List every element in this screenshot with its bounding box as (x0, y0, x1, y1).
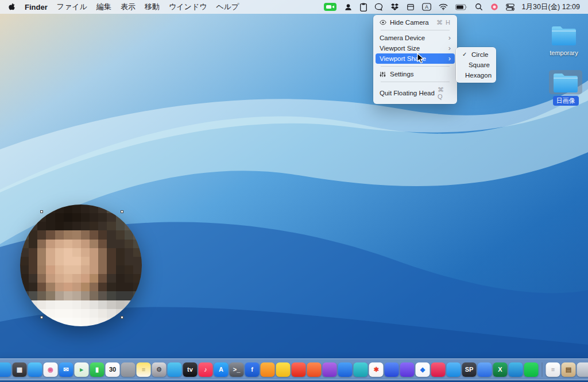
sliders-icon (380, 71, 387, 78)
desktop-icon-label: temporary (546, 49, 582, 57)
menubar-menu-ファイル[interactable]: ファイル (57, 2, 87, 12)
desktop-icon-label: 日画像 (553, 96, 579, 106)
menu-separator (381, 66, 450, 67)
search-icon[interactable] (475, 2, 483, 11)
menubar-datetime[interactable]: 1月30日(金) 12:09 (522, 2, 580, 12)
dock-app-white-asterisk-app[interactable]: ✱ (369, 362, 384, 377)
dock-app-red-app[interactable] (292, 362, 306, 377)
dock-app-facetime[interactable]: ▮ (90, 362, 105, 377)
dock-app-blue-app-3[interactable] (478, 362, 492, 377)
dropbox-icon[interactable] (390, 2, 399, 11)
dock: ▦◉✉▸▮30≡⚙tv♪A>_f✱◆SPX≡▤ (0, 358, 588, 380)
apple-menu-icon[interactable] (8, 3, 16, 11)
chat-bubble-icon[interactable] (374, 2, 383, 11)
folder-icon (547, 23, 581, 47)
dock-app-blue-app[interactable] (338, 362, 353, 377)
dock-app-freeform[interactable] (168, 362, 182, 377)
dock-app-red-badge-app[interactable] (431, 362, 446, 377)
menu-bar: Finder ファイル編集表示移動ウインドウヘルプ A (0, 0, 588, 14)
dock-app-blue-app-4[interactable] (509, 362, 523, 377)
dock-app-orange-app[interactable] (261, 362, 275, 377)
dock-app-blue-app-2[interactable] (385, 362, 399, 377)
camera-active-icon[interactable] (324, 2, 336, 11)
eye-icon (380, 20, 387, 25)
dock-app-textedit[interactable]: ≡ (546, 362, 560, 377)
resize-handle-bottom-left[interactable] (40, 316, 43, 319)
desktop-icon-temporary[interactable]: temporary (544, 23, 584, 57)
dock-app-green-chat[interactable] (524, 362, 539, 377)
menubar-menu-ウインドウ[interactable]: ウインドウ (169, 2, 207, 12)
active-app-name[interactable]: Finder (25, 3, 48, 11)
mouse-cursor (417, 53, 425, 67)
dropdown-item-quit-floating-head[interactable]: Quit Floating Head⌘ Q (376, 84, 455, 102)
chevron-right-icon: › (448, 45, 451, 51)
viewport-shape-submenu: ✓CircleSquareHexagon (456, 47, 496, 83)
checkmark-icon: ✓ (462, 51, 469, 58)
dock-app-twitter-blue-app[interactable] (447, 362, 461, 377)
clipboard-icon[interactable] (360, 2, 367, 11)
dock-app-browser-blue[interactable] (28, 362, 42, 377)
dock-app-teal-app[interactable] (354, 362, 368, 377)
dock-app-sp-app[interactable]: SP (462, 362, 477, 377)
app-pink-icon[interactable] (490, 2, 498, 11)
dropdown-item-camera-device[interactable]: Camera Device› (376, 33, 455, 43)
dropdown-menu: Hide Camera⌘ HCamera Device›Viewport Siz… (373, 15, 457, 104)
dock-app-purple-app-2[interactable] (400, 362, 415, 377)
menu-separator (381, 82, 450, 82)
dock-app-launchpad[interactable]: ▦ (13, 362, 27, 377)
dock-app-music[interactable]: ♪ (199, 362, 213, 377)
dropdown-item-hide-camera[interactable]: Hide Camera⌘ H (376, 17, 455, 28)
dock-app-notes[interactable]: ≡ (137, 362, 151, 377)
input-source-A-icon[interactable]: A (422, 2, 431, 11)
submenu-item-hexagon[interactable]: Hexagon (458, 70, 494, 80)
menu-separator (381, 30, 450, 30)
dock-app-documents-stack[interactable]: ▤ (562, 362, 576, 377)
dock-app-appstore[interactable]: A (214, 362, 229, 377)
menubar-menu-ヘルプ[interactable]: ヘルプ (216, 2, 239, 12)
resize-handle-top-left[interactable] (40, 210, 43, 213)
dock-separator (542, 362, 543, 377)
wifi-icon[interactable] (439, 2, 448, 11)
menubar-menus: ファイル編集表示移動ウインドウヘルプ (57, 2, 239, 12)
shortcut-label: ⌘ Q (438, 86, 451, 100)
package-icon[interactable] (407, 2, 415, 11)
dock-app-terminal[interactable]: >_ (230, 362, 244, 377)
dock-app-excel[interactable]: X (493, 362, 508, 377)
dock-app-purple-app[interactable] (323, 362, 337, 377)
dock-app-contacts[interactable] (121, 362, 136, 377)
dock-app-calendar[interactable]: 30 (106, 362, 120, 377)
menubar-menu-編集[interactable]: 編集 (96, 2, 111, 12)
shortcut-label: ⌘ H (436, 19, 451, 26)
dropdown-item-settings[interactable]: Settings (376, 69, 455, 79)
resize-handle-bottom-right[interactable] (121, 316, 123, 319)
svg-text:A: A (425, 4, 428, 10)
control-center-icon[interactable] (506, 2, 514, 11)
resize-handle-top-right[interactable] (121, 210, 123, 213)
dropdown-item-viewport-shape[interactable]: Viewport Shape› (376, 53, 455, 64)
dock-app-facebook[interactable]: f (245, 362, 260, 377)
floating-head-webcam-overlay[interactable] (20, 204, 142, 326)
menubar-menu-表示[interactable]: 表示 (121, 2, 136, 12)
submenu-item-square[interactable]: Square (458, 60, 494, 70)
menubar-menu-移動[interactable]: 移動 (145, 2, 160, 12)
dock-app-settings[interactable]: ⚙ (152, 362, 167, 377)
dock-app-maps[interactable]: ▸ (75, 362, 89, 377)
folder-icon (549, 70, 582, 94)
dock-app-mail[interactable]: ✉ (59, 362, 74, 377)
dock-app-tv[interactable]: tv (183, 362, 198, 377)
dock-app-trash[interactable] (577, 362, 588, 377)
chevron-right-icon: › (448, 35, 451, 41)
floating-head-icon[interactable] (344, 2, 353, 11)
chevron-right-icon: › (448, 56, 451, 61)
submenu-item-circle[interactable]: ✓Circle (458, 49, 494, 60)
dock-app-orange-red-app[interactable] (307, 362, 322, 377)
desktop-icon-selected-folder[interactable]: 日画像 (546, 70, 586, 106)
webcam-pixel-grid (20, 204, 142, 326)
battery-icon[interactable] (455, 2, 467, 11)
dock-app-photos[interactable]: ◉ (44, 362, 58, 377)
dock-app-blue-diamond-app[interactable]: ◆ (416, 362, 430, 377)
dock-app-finder[interactable] (0, 362, 11, 377)
dock-app-yellow-chat[interactable] (276, 362, 291, 377)
dropdown-item-viewport-size[interactable]: Viewport Size› (376, 43, 455, 53)
